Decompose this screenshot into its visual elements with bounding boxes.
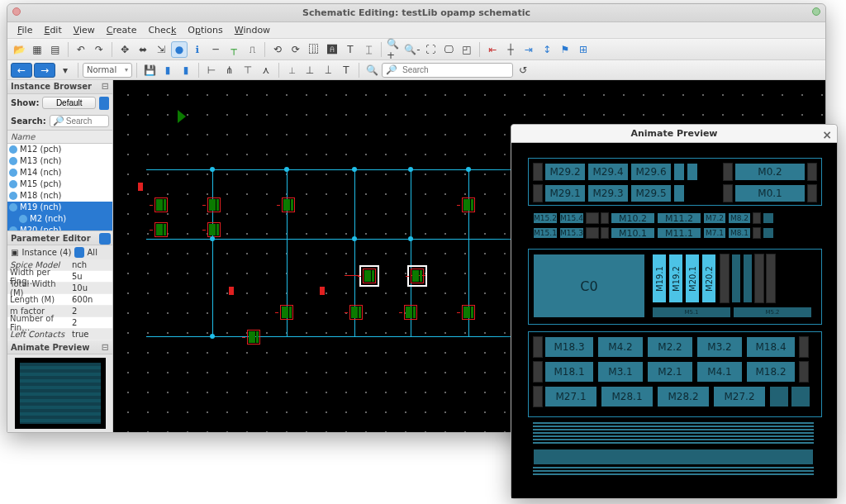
default-button[interactable]: Default — [42, 97, 96, 109]
net-icon[interactable]: ┬ — [226, 41, 242, 58]
zoom-area-icon[interactable]: ◰ — [459, 41, 475, 58]
toolbar-search[interactable]: 🔎 — [382, 63, 513, 78]
chevron-down-icon: ▾ — [125, 66, 128, 74]
nav-fwd-button[interactable]: → — [34, 63, 55, 78]
menu-view[interactable]: View — [69, 23, 100, 37]
undo-icon[interactable]: ↶ — [73, 41, 89, 58]
tab-all-label[interactable]: All — [88, 248, 97, 257]
menu-create[interactable]: Create — [102, 23, 142, 37]
tree-row[interactable]: M13 (nch) — [7, 155, 112, 167]
zoom-out-icon[interactable]: 🔍- — [404, 41, 421, 58]
menubar: File Edit View Create Check Options Wind… — [7, 22, 825, 39]
tree4-icon[interactable]: ⋏ — [258, 62, 274, 78]
align-l-icon[interactable]: ⇤ — [484, 41, 501, 58]
resize-icon[interactable]: ⇲ — [153, 41, 169, 58]
window-controls-left[interactable] — [12, 7, 21, 16]
short2-icon[interactable]: ⊥ — [302, 62, 318, 78]
short3-icon[interactable]: ⟘ — [320, 62, 336, 78]
menu-options[interactable]: Options — [183, 23, 227, 37]
label-icon[interactable]: ⌶ — [360, 41, 377, 58]
drop-icon[interactable]: ▾ — [57, 62, 74, 78]
device-m19[interactable] — [361, 267, 378, 285]
preview-body[interactable]: M29.2 M29.4 M29.6 M0.2 M29.1 M29.3 M29.5… — [511, 143, 837, 498]
nav-back-button[interactable]: ← — [11, 63, 32, 78]
param-row[interactable]: Total Width (M)10u — [7, 283, 112, 294]
param-editor-title: Parameter Editor — [11, 234, 91, 243]
sidebar: Instance Browser ⊟ Show: Default Search:… — [7, 80, 113, 432]
clear-icon[interactable]: ↺ — [515, 62, 531, 78]
menu-check[interactable]: Check — [143, 23, 181, 37]
text-icon[interactable]: T — [342, 41, 359, 58]
toolbar-search-input[interactable] — [401, 64, 509, 75]
save-icon[interactable]: 💾 — [141, 62, 158, 78]
zoom-fit-icon[interactable]: ⛶ — [422, 41, 439, 58]
panel-knob[interactable] — [99, 233, 111, 245]
find-icon[interactable]: 🔍 — [364, 62, 380, 78]
tree-col-header[interactable]: Name — [7, 130, 112, 144]
param-row[interactable]: Left Contactstrue — [7, 329, 112, 340]
tree-row[interactable]: M2 (nch) — [7, 213, 112, 225]
param-editor-header[interactable]: Parameter Editor ⊟ — [7, 231, 112, 245]
tree-row[interactable]: M19 (nch) — [7, 202, 112, 213]
animate-preview-title: Animate Preview — [11, 343, 90, 352]
tab-instance-knob[interactable] — [74, 247, 83, 258]
menu-file[interactable]: File — [12, 23, 37, 37]
pan-icon[interactable]: ⬌ — [135, 41, 151, 58]
save2-icon[interactable]: ▮ — [159, 62, 176, 78]
distribute-icon[interactable]: ⊞ — [575, 41, 592, 58]
wire-icon[interactable]: ─ — [207, 41, 224, 58]
tree-row[interactable]: M20 (nch) — [7, 225, 112, 231]
align-v-icon[interactable]: ↕ — [539, 41, 555, 58]
zoom-in-icon[interactable]: 🔍+ — [386, 41, 402, 58]
save3-icon[interactable]: ▮ — [178, 62, 194, 78]
show-label: Show: — [11, 98, 39, 107]
short1-icon[interactable]: ⟂ — [283, 62, 300, 78]
sidebar-search[interactable]: 🔎 — [50, 115, 109, 127]
tree2-icon[interactable]: ⋔ — [221, 62, 238, 78]
animate-preview-header[interactable]: Animate Preview ⊟ — [7, 340, 112, 354]
tree-row[interactable]: M18 (nch) — [7, 190, 112, 202]
sidebar-search-input[interactable] — [64, 116, 106, 126]
redo-icon[interactable]: ↷ — [91, 41, 107, 58]
collapse-icon[interactable]: ⊟ — [102, 81, 109, 92]
instance-browser-title: Instance Browser — [11, 82, 92, 91]
preview-thumbnail[interactable] — [7, 354, 112, 432]
flag-icon[interactable]: ⚑ — [557, 41, 573, 58]
instance-tree[interactable]: M12 (pch)M13 (nch)M14 (nch)M15 (pch)M18 … — [7, 144, 112, 231]
align-r-icon[interactable]: ⇥ — [520, 41, 537, 58]
show-row: Show: Default — [7, 94, 112, 112]
tree-row[interactable]: M14 (nch) — [7, 167, 112, 178]
rotate-cw-icon[interactable]: ⟳ — [288, 41, 304, 58]
device-m20[interactable] — [409, 267, 425, 285]
short4-icon[interactable]: T — [338, 62, 354, 78]
window-controls-right[interactable] — [812, 7, 820, 16]
tree-row[interactable]: M12 (pch) — [7, 144, 112, 155]
tree-row[interactable]: M15 (pch) — [7, 178, 112, 190]
array-icon[interactable]: ⿲ — [306, 41, 322, 58]
open-icon[interactable]: 📂 — [11, 41, 27, 58]
an-icon[interactable]: 🅰 — [324, 41, 340, 58]
monitor-icon[interactable]: 🖵 — [440, 41, 457, 58]
param-row[interactable]: Number of Fin…2 — [7, 317, 112, 329]
align-c-icon[interactable]: ┼ — [502, 41, 519, 58]
close-icon[interactable]: × — [822, 128, 832, 141]
collapse-icon[interactable]: ⊟ — [102, 342, 109, 353]
instance-browser-header[interactable]: Instance Browser ⊟ — [7, 80, 112, 94]
mode-select[interactable]: Normal ▾ — [83, 63, 132, 78]
move-icon[interactable]: ✥ — [116, 41, 133, 58]
param-tabs: ▣ Instance (4) All — [7, 245, 112, 259]
tree3-icon[interactable]: ⊤ — [240, 62, 256, 78]
rotate-ccw-icon[interactable]: ⟲ — [269, 41, 286, 58]
grid-icon[interactable]: ▦ — [29, 41, 45, 58]
node-icon[interactable]: ● — [171, 41, 188, 58]
new-icon[interactable]: ▤ — [47, 41, 64, 58]
tree1-icon[interactable]: ⊢ — [203, 62, 220, 78]
pin-icon[interactable]: ⎍ — [244, 41, 260, 58]
tab-instance-label[interactable]: Instance (4) — [21, 248, 71, 257]
menu-window[interactable]: Window — [230, 23, 275, 37]
info-icon[interactable]: ℹ — [189, 41, 206, 58]
menu-edit[interactable]: Edit — [39, 23, 66, 37]
search-icon: 🔎 — [386, 64, 397, 75]
show-toggle[interactable] — [99, 97, 109, 110]
param-row[interactable]: Length (M)600n — [7, 294, 112, 306]
